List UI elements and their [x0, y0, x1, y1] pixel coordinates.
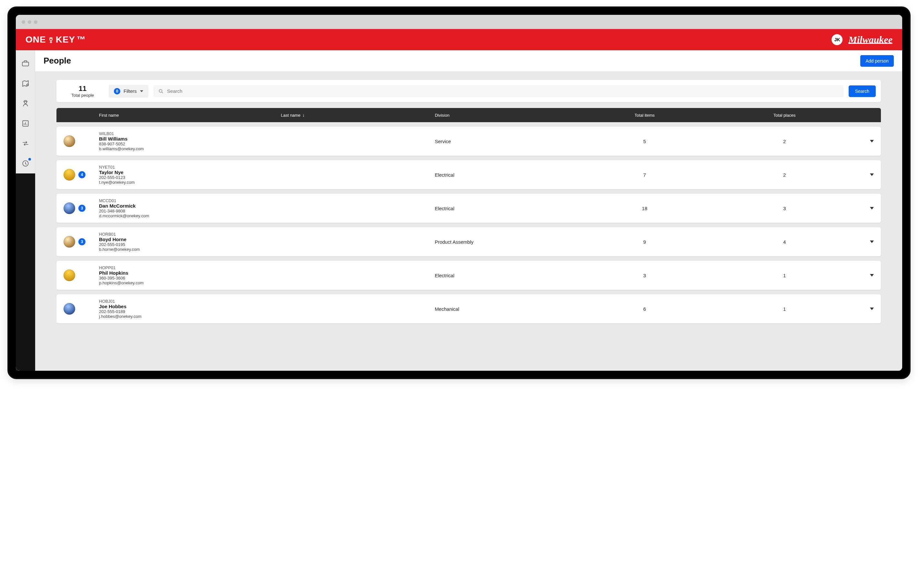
search-icon	[158, 88, 164, 94]
total-places-cell: 3	[714, 206, 855, 211]
sidebar-item-reports[interactable]	[18, 116, 33, 131]
name-cell: HORB01Boyd Horne202-555-0195b.horne@onek…	[99, 232, 281, 252]
brand-milwaukee-logo: Milwaukee	[848, 34, 892, 45]
sidebar	[16, 50, 35, 371]
bar-chart-icon	[21, 119, 30, 128]
person-email: p.hopkins@onekey.com	[99, 281, 281, 285]
person-phone: 202-555-0195	[99, 242, 281, 247]
avatar	[63, 236, 75, 247]
expand-cell	[855, 173, 874, 176]
window-titlebar	[16, 15, 902, 29]
brand-onekey: ONE KEY™	[26, 34, 86, 45]
sidebar-item-alerts[interactable]	[18, 156, 33, 171]
expand-cell	[855, 307, 874, 310]
sidebar-item-map[interactable]	[18, 76, 33, 91]
person-name: Taylor Nye	[99, 170, 281, 175]
name-cell: NYET01Taylor Nye202-555-0123t.nye@onekey…	[99, 165, 281, 185]
avatar	[63, 169, 75, 181]
total-items-cell: 6	[575, 306, 715, 312]
expand-cell	[855, 274, 874, 276]
person-phone: 201-348-9808	[99, 208, 281, 213]
total-items-cell: 7	[575, 172, 715, 178]
search-wrap	[154, 85, 844, 97]
window-dot	[28, 20, 31, 24]
filters-label: Filters	[123, 88, 137, 94]
person-code: NYET01	[99, 165, 281, 170]
brand-text-one: ONE	[26, 34, 46, 45]
transfer-arrows-icon	[21, 139, 30, 148]
page-header: People Add person	[35, 50, 902, 71]
sidebar-item-toolbox[interactable]	[18, 56, 33, 71]
total-places-cell: 4	[714, 239, 855, 245]
brand-text-key: KEY	[56, 34, 76, 45]
search-input[interactable]	[167, 88, 839, 94]
window-dot	[34, 20, 37, 24]
person-email: b.horne@onekey.com	[99, 247, 281, 252]
total-items-cell: 3	[575, 273, 715, 278]
total-items-cell: 9	[575, 239, 715, 245]
name-cell: MCCD01Dan McCormick201-348-9808d.mccormi…	[99, 198, 281, 218]
sidebar-item-people[interactable]	[18, 96, 33, 111]
person-name: Phil Hopkins	[99, 270, 281, 276]
person-code: HORB01	[99, 232, 281, 237]
filters-button[interactable]: 0 Filters	[109, 85, 148, 98]
col-total-items[interactable]: Total items	[575, 113, 715, 118]
col-first-name[interactable]: First name	[99, 113, 281, 118]
filters-count-badge: 0	[114, 88, 120, 94]
person-code: WILB01	[99, 131, 281, 136]
person-email: t.nye@onekey.com	[99, 180, 281, 185]
person-phone: 360-395-3606	[99, 276, 281, 281]
table-row[interactable]: 3MCCD01Dan McCormick201-348-9808d.mccorm…	[57, 194, 881, 223]
avatar	[63, 202, 75, 214]
app-body: People Add person 11 Total people 0 Filt…	[16, 50, 902, 371]
person-phone: 838-907-5052	[99, 142, 281, 146]
col-last-name[interactable]: Last name ↓	[281, 113, 435, 118]
user-avatar[interactable]: JK	[832, 34, 842, 45]
avatar-cell: 4	[63, 169, 99, 181]
alert-clock-icon	[21, 159, 30, 168]
brand-key-icon	[47, 36, 55, 43]
total-places-cell: 2	[714, 139, 855, 144]
table-row[interactable]: HOBJ01Joe Hobbes202-555-0189j.hobbes@one…	[57, 294, 881, 323]
search-button[interactable]: Search	[848, 86, 876, 97]
avatar-cell: 3	[63, 236, 99, 247]
expand-row-icon[interactable]	[870, 140, 874, 142]
add-person-button[interactable]: Add person	[860, 55, 894, 67]
expand-row-icon[interactable]	[870, 207, 874, 210]
division-cell: Service	[435, 139, 575, 144]
expand-row-icon[interactable]	[870, 274, 874, 276]
toolbox-icon	[21, 59, 30, 68]
sort-down-icon: ↓	[303, 113, 305, 118]
person-code: MCCD01	[99, 198, 281, 203]
person-email: j.hobbes@onekey.com	[99, 314, 281, 319]
person-name: Bill Williams	[99, 136, 281, 142]
person-name: Boyd Horne	[99, 237, 281, 242]
total-places-cell: 1	[714, 306, 855, 312]
total-places-cell: 1	[714, 273, 855, 278]
table-row[interactable]: 3HORB01Boyd Horne202-555-0195b.horne@one…	[57, 227, 881, 256]
sidebar-item-transfers[interactable]	[18, 136, 33, 151]
col-total-places[interactable]: Total places	[714, 113, 855, 118]
expand-row-icon[interactable]	[870, 173, 874, 176]
person-code: HOBJ01	[99, 299, 281, 304]
total-places-cell: 2	[714, 172, 855, 178]
avatar-cell	[63, 136, 99, 147]
person-code: HOPP01	[99, 265, 281, 270]
row-badge: 4	[78, 171, 86, 178]
notification-dot-icon	[28, 158, 31, 160]
chevron-down-icon	[140, 90, 143, 92]
name-cell: HOPP01Phil Hopkins360-395-3606p.hopkins@…	[99, 265, 281, 285]
person-phone: 202-555-0189	[99, 309, 281, 314]
table-row[interactable]: HOPP01Phil Hopkins360-395-3606p.hopkins@…	[57, 261, 881, 290]
table-row[interactable]: 4NYET01Taylor Nye202-555-0123t.nye@oneke…	[57, 160, 881, 189]
table-header: First name Last name ↓ Division Total it…	[57, 108, 881, 122]
expand-cell	[855, 207, 874, 210]
avatar	[63, 303, 75, 315]
expand-row-icon[interactable]	[870, 241, 874, 243]
col-division[interactable]: Division	[435, 113, 575, 118]
page-title: People	[44, 56, 71, 66]
table-row[interactable]: WILB01Bill Williams838-907-5052b.william…	[57, 127, 881, 156]
avatar	[63, 270, 75, 281]
person-name: Joe Hobbes	[99, 304, 281, 309]
expand-row-icon[interactable]	[870, 307, 874, 310]
